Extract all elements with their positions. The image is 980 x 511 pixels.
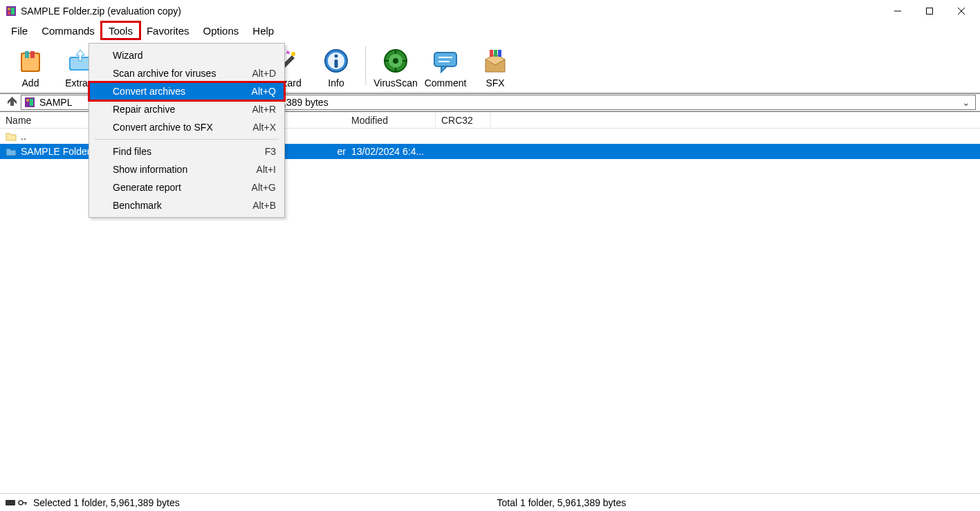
toolbar-sfx-label: SFX bbox=[486, 77, 504, 89]
title-bar: SAMPLE Folder.zip (evaluation copy) bbox=[0, 0, 980, 22]
svg-point-17 bbox=[335, 54, 338, 57]
dd-scan-viruses[interactable]: Scan archive for viruses Alt+D bbox=[89, 64, 284, 82]
status-left-text: Selected 1 folder, 5,961,389 bytes bbox=[33, 497, 180, 508]
add-archive-icon bbox=[17, 47, 44, 75]
svg-rect-32 bbox=[498, 50, 501, 57]
window-title: SAMPLE Folder.zip (evaluation copy) bbox=[21, 6, 882, 17]
file-modified: 13/02/2024 6:4... bbox=[346, 146, 436, 157]
info-icon bbox=[322, 47, 350, 75]
comment-icon bbox=[432, 47, 459, 75]
svg-rect-5 bbox=[927, 8, 933, 14]
svg-rect-10 bbox=[25, 51, 29, 58]
window-controls bbox=[882, 0, 977, 22]
sfx-icon bbox=[481, 47, 509, 75]
up-button[interactable]: 🡹 bbox=[4, 96, 21, 109]
app-icon bbox=[6, 6, 17, 17]
status-right-text: Total 1 folder, 5,961,389 bytes bbox=[490, 497, 975, 508]
svg-point-37 bbox=[19, 501, 23, 505]
chevron-down-icon[interactable]: ⌄ bbox=[960, 97, 972, 108]
dd-separator bbox=[95, 139, 279, 140]
toolbar-add[interactable]: Add bbox=[6, 41, 55, 90]
svg-rect-11 bbox=[30, 51, 35, 58]
svg-rect-1 bbox=[8, 8, 10, 10]
svg-rect-34 bbox=[26, 99, 29, 102]
maximize-button[interactable] bbox=[914, 0, 945, 22]
dd-generate-report[interactable]: Generate report Alt+G bbox=[89, 178, 284, 196]
disk-icon bbox=[6, 499, 17, 507]
toolbar-info-label: Info bbox=[328, 77, 344, 89]
toolbar-separator bbox=[365, 46, 367, 85]
column-crc[interactable]: CRC32 bbox=[436, 112, 491, 128]
toolbar-add-label: Add bbox=[22, 77, 39, 89]
column-modified[interactable]: Modified bbox=[346, 112, 436, 128]
menu-favorites[interactable]: Favorites bbox=[140, 22, 196, 39]
dd-convert-archives[interactable]: Convert archives Alt+Q bbox=[89, 82, 284, 100]
menu-bar: File Commands Tools Favorites Options He… bbox=[0, 22, 980, 39]
folder-icon bbox=[6, 146, 17, 157]
dd-find-files[interactable]: Find files F3 bbox=[89, 142, 284, 160]
file-name: SAMPLE Folder bbox=[21, 146, 90, 157]
toolbar-sfx[interactable]: SFX bbox=[470, 41, 520, 90]
path-text-left: SAMPL bbox=[39, 97, 72, 108]
svg-rect-3 bbox=[8, 12, 10, 15]
svg-point-21 bbox=[393, 58, 398, 64]
dd-show-information[interactable]: Show information Alt+I bbox=[89, 160, 284, 178]
archive-icon bbox=[24, 97, 35, 108]
file-name: .. bbox=[21, 131, 26, 142]
svg-rect-36 bbox=[6, 500, 15, 505]
svg-rect-2 bbox=[11, 8, 15, 15]
virus-scan-icon bbox=[382, 47, 409, 75]
path-text-right: 61,389 bytes bbox=[272, 97, 960, 108]
menu-options[interactable]: Options bbox=[196, 22, 246, 39]
menu-commands[interactable]: Commands bbox=[35, 22, 102, 39]
toolbar-comment[interactable]: Comment bbox=[420, 41, 470, 90]
toolbar-comment-label: Comment bbox=[425, 77, 467, 89]
folder-up-icon bbox=[6, 131, 17, 142]
menu-help[interactable]: Help bbox=[246, 22, 281, 39]
svg-rect-31 bbox=[494, 50, 497, 57]
minimize-button[interactable] bbox=[882, 0, 914, 22]
toolbar-virusscan-label: VirusScan bbox=[373, 77, 418, 89]
dd-convert-sfx[interactable]: Convert archive to SFX Alt+X bbox=[89, 118, 284, 136]
dd-benchmark[interactable]: Benchmark Alt+B bbox=[89, 196, 284, 214]
status-bar: Selected 1 folder, 5,961,389 bytes Total… bbox=[0, 493, 980, 511]
dd-repair-archive[interactable]: Repair archive Alt+R bbox=[89, 100, 284, 118]
toolbar-virusscan[interactable]: VirusScan bbox=[371, 41, 420, 90]
svg-rect-26 bbox=[434, 53, 456, 66]
menu-file[interactable]: File bbox=[4, 22, 35, 39]
status-icons bbox=[6, 499, 28, 507]
svg-rect-18 bbox=[335, 59, 338, 68]
svg-rect-35 bbox=[30, 99, 33, 106]
svg-rect-30 bbox=[490, 50, 493, 57]
key-icon bbox=[18, 499, 28, 507]
svg-point-14 bbox=[291, 52, 295, 56]
menu-tools[interactable]: Tools bbox=[102, 22, 140, 39]
tools-dropdown: Wizard Scan archive for viruses Alt+D Co… bbox=[89, 43, 285, 218]
close-button[interactable] bbox=[945, 0, 977, 22]
dd-wizard[interactable]: Wizard bbox=[89, 46, 284, 64]
toolbar-info[interactable]: Info bbox=[311, 41, 361, 90]
